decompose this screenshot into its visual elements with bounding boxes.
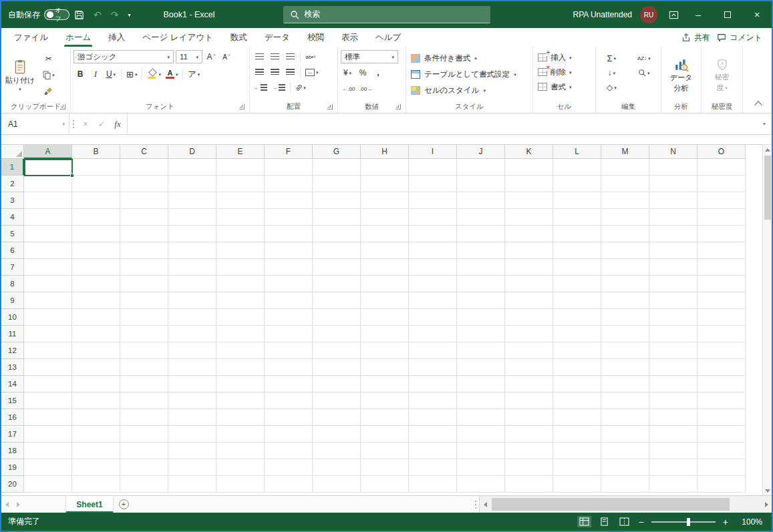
borders-button[interactable]: ⊞▾ [125,67,138,81]
row-header-20[interactable]: 20 [1,476,24,493]
number-dialog-launcher[interactable] [396,104,401,109]
column-header-j[interactable]: J [457,145,505,159]
row-header-18[interactable]: 18 [1,443,24,459]
increase-decimal-button[interactable]: ←.00 [341,82,356,95]
enter-button[interactable]: ✓ [94,113,110,134]
sheet-tab-sheet1[interactable]: Sheet1 [65,496,114,513]
name-box[interactable]: A1 ▾ [1,113,69,134]
sheet-nav-next-button[interactable] [13,496,24,513]
row-header-7[interactable]: 7 [1,259,24,276]
column-header-e[interactable]: E [216,145,265,159]
scroll-up-button[interactable] [763,145,772,154]
column-header-c[interactable]: C [120,145,168,159]
align-bottom-button[interactable] [283,50,297,63]
row-header-12[interactable]: 12 [1,342,24,359]
search-box[interactable]: 検索 [283,6,490,23]
underline-button[interactable]: U▾ [104,67,118,81]
scroll-down-button[interactable] [763,486,772,495]
column-header-d[interactable]: D [168,145,216,159]
percent-style-button[interactable]: % [356,66,369,79]
font-dialog-launcher[interactable] [239,104,245,109]
delete-cells-button[interactable]: × 削除 ▾ [536,65,593,79]
ribbon-display-options-button[interactable] [664,1,683,28]
page-layout-view-button[interactable] [597,516,611,527]
row-header-10[interactable]: 10 [1,309,24,326]
undo-button[interactable]: ↶ [89,1,106,28]
align-middle-button[interactable] [268,50,281,63]
cancel-button[interactable]: × [78,113,94,134]
quick-access-menu-button[interactable]: ▾ [123,1,135,28]
cell-styles-button[interactable]: セルのスタイル ▾ [409,82,530,98]
column-header-o[interactable]: O [698,145,746,159]
zoom-out-button[interactable]: − [637,517,645,527]
comma-style-button[interactable]: , [371,66,385,79]
format-cells-button[interactable]: 書式 ▾ [536,79,593,94]
normal-view-button[interactable] [577,516,591,527]
autosave-toggle[interactable]: 自動保存 オフ [8,9,69,21]
autosum-button[interactable]: Σ▾ [599,51,625,65]
decrease-indent-button[interactable]: ← [253,81,269,94]
tab-splitter[interactable] [472,496,479,513]
save-button[interactable] [69,1,89,28]
page-break-view-button[interactable] [617,516,631,527]
horizontal-scroll-track[interactable] [490,496,761,513]
tab-help[interactable]: ヘルプ [367,28,410,47]
font-name-select[interactable]: 游ゴシック ▾ [73,50,174,63]
minimize-button[interactable]: – [683,1,713,28]
clipboard-dialog-launcher[interactable] [60,104,65,109]
row-header-11[interactable]: 11 [1,326,24,342]
align-top-button[interactable] [253,50,266,63]
fill-handle[interactable] [70,174,74,178]
scroll-right-button[interactable] [761,496,772,513]
formula-bar-expand-button[interactable]: ▾ [757,113,772,134]
zoom-level[interactable]: 100% [736,517,762,527]
font-size-select[interactable]: 11 ▾ [176,50,202,63]
row-header-15[interactable]: 15 [1,392,24,409]
conditional-formatting-button[interactable]: 条件付き書式 ▾ [409,50,530,66]
align-center-button[interactable] [268,65,281,79]
autosave-pill[interactable]: オフ [44,9,69,20]
column-header-n[interactable]: N [649,145,698,159]
format-painter-button[interactable] [41,84,56,97]
merge-center-button[interactable]: ↔▾ [304,65,320,79]
zoom-thumb[interactable] [687,518,690,526]
increase-indent-button[interactable]: → [271,81,287,94]
row-header-4[interactable]: 4 [1,209,24,226]
horizontal-scrollbar[interactable] [479,496,772,513]
increase-font-size-button[interactable]: Aˆ [204,50,218,63]
orientation-button[interactable]: ab▾ [294,81,307,94]
tab-home[interactable]: ホーム [57,28,100,47]
alignment-dialog-launcher[interactable] [327,104,333,109]
fill-color-button[interactable]: ▾ [146,67,162,81]
column-header-k[interactable]: K [505,145,553,159]
tab-review[interactable]: 校閲 [299,28,333,47]
find-select-button[interactable]: ▾ [630,66,658,79]
align-left-button[interactable] [253,65,266,79]
font-color-button[interactable]: A▾ [164,67,180,81]
collapse-ribbon-button[interactable] [754,101,762,108]
paste-button[interactable]: 貼り付け ▾ [4,50,36,101]
row-header-8[interactable]: 8 [1,276,24,292]
tab-file[interactable]: ファイル [5,28,57,47]
column-header-b[interactable]: B [72,145,120,159]
column-header-h[interactable]: H [361,145,409,159]
column-header-i[interactable]: I [409,145,457,159]
tab-data[interactable]: データ [256,28,299,47]
decrease-decimal-button[interactable]: .00→ [358,82,373,95]
redo-button[interactable]: ↷ [106,1,124,28]
column-header-m[interactable]: M [601,145,649,159]
formula-input[interactable] [127,113,757,134]
new-sheet-button[interactable]: + [114,496,134,513]
tab-formulas[interactable]: 数式 [222,28,256,47]
align-right-button[interactable] [283,65,297,79]
phonetic-guide-button[interactable]: ア▾ [186,67,201,81]
cells-canvas[interactable] [24,159,746,493]
cut-button[interactable]: ✂ [41,52,56,65]
zoom-slider[interactable] [651,517,716,527]
column-header-f[interactable]: F [265,145,313,159]
name-box-resizer[interactable] [69,113,78,134]
row-header-3[interactable]: 3 [1,192,24,209]
column-header-l[interactable]: L [553,145,601,159]
comments-button[interactable]: コメント [717,32,762,43]
currency-format-button[interactable]: ¥▾ [341,66,354,79]
